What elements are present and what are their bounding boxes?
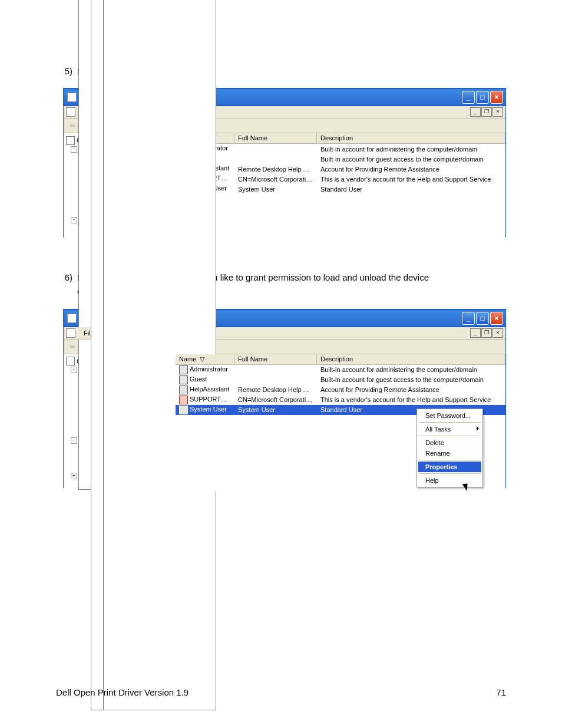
collapse-icon[interactable]: - <box>71 146 77 153</box>
user-description: This is a vendor's account for the Help … <box>317 176 505 183</box>
maximize-button[interactable]: □ <box>476 91 489 104</box>
ctx-rename[interactable]: Rename <box>418 448 481 459</box>
user-description: Built-in account for administering the c… <box>317 366 505 373</box>
mmc-icon <box>66 107 75 117</box>
list-pane-1[interactable]: Name ▽ Full Name Description Administrat… <box>176 133 505 242</box>
export-button[interactable] <box>154 341 165 352</box>
maximize-button[interactable]: □ <box>476 312 489 325</box>
footer-page: 71 <box>496 687 506 697</box>
mdi-restore[interactable]: ❐ <box>481 328 492 338</box>
list-row[interactable]: GuestBuilt-in account for guest access t… <box>176 154 505 164</box>
user-name: Administrator <box>190 365 228 373</box>
list-row[interactable]: HelpAssistantRemote Desktop Help Assi...… <box>176 164 505 174</box>
computer-icon <box>66 357 75 365</box>
list-row[interactable]: AdministratorBuilt-in account for admini… <box>176 144 505 154</box>
col-desc[interactable]: Description <box>317 354 505 364</box>
step5-number: 5) <box>56 65 72 77</box>
minimize-button[interactable]: _ <box>462 312 475 325</box>
back-button[interactable]: ⇦ <box>67 341 78 352</box>
computer-icon <box>66 136 75 145</box>
user-icon <box>179 406 188 414</box>
submenu-arrow-icon <box>477 426 479 431</box>
ctx-properties[interactable]: Properties <box>418 462 481 472</box>
step6-number: 6) <box>56 271 72 284</box>
col-name[interactable]: Name ▽ <box>176 354 234 364</box>
back-button[interactable]: ⇦ <box>67 120 78 131</box>
mdi-close[interactable]: × <box>492 107 503 117</box>
user-description: Built-in account for administering the c… <box>317 146 505 153</box>
mdi-minimize[interactable]: _ <box>470 328 481 338</box>
user-fullname: CN=Microsoft Corporation... <box>234 396 317 403</box>
user-name: System User <box>190 406 227 413</box>
list-pane-2[interactable]: Name ▽ Full Name Description Administrat… <box>176 354 505 491</box>
computer-icon <box>67 314 77 323</box>
user-description: Built-in account for guest access to the… <box>317 156 505 163</box>
list-row[interactable]: SUPPORT_38...CN=Microsoft Corporation...… <box>176 395 505 405</box>
context-menu: Set Password... All Tasks Delete Rename … <box>416 409 483 487</box>
minimize-button[interactable]: _ <box>462 91 475 104</box>
user-description: This is a vendor's account for the Help … <box>317 396 505 403</box>
user-description: Built-in account for guest access to the… <box>317 376 505 383</box>
list-row[interactable]: HelpAssistantRemote Desktop Help Assi...… <box>176 385 505 395</box>
computer-icon <box>67 93 77 102</box>
mdi-minimize[interactable]: _ <box>470 107 481 117</box>
user-fullname: Remote Desktop Help Assi... <box>234 166 317 173</box>
list-row[interactable]: AdministratorBuilt-in account for admini… <box>176 365 505 375</box>
user-icon <box>179 365 188 374</box>
list-row[interactable]: GuestBuilt-in account for guest access t… <box>176 375 505 385</box>
user-icon <box>179 375 188 384</box>
close-button[interactable]: × <box>490 312 503 325</box>
user-description: Account for Providing Remote Assistance <box>317 386 505 393</box>
user-name: Guest <box>190 375 207 383</box>
user-icon <box>179 396 188 404</box>
user-name: HelpAssistant <box>190 386 229 393</box>
footer-title: Dell Open Print Driver Version 1.9 <box>56 687 189 697</box>
user-fullname: Remote Desktop Help Assi... <box>234 386 317 393</box>
user-fullname: System User <box>234 406 317 413</box>
collapse-icon[interactable]: - <box>71 367 77 373</box>
close-button[interactable]: × <box>490 91 503 104</box>
col-fullname[interactable]: Full Name <box>234 133 317 143</box>
list-row[interactable]: System UserSystem UserStandard User <box>176 184 505 194</box>
user-description: Standard User <box>317 186 505 193</box>
collapse-icon[interactable]: - <box>71 437 77 444</box>
user-icon <box>179 386 188 394</box>
ctx-delete[interactable]: Delete <box>418 437 481 448</box>
ctx-set-password[interactable]: Set Password... <box>418 410 481 421</box>
user-name: SUPPORT_38... <box>190 396 234 403</box>
mmc-icon <box>66 328 75 338</box>
expand-icon[interactable]: + <box>71 473 77 479</box>
window-2: Computer Management _ □ × File Action Vi… <box>63 309 506 488</box>
mdi-close[interactable]: × <box>492 328 503 338</box>
col-fullname[interactable]: Full Name <box>234 354 317 364</box>
list-row[interactable]: SUPPORT_38...CN=Microsoft Corporation...… <box>176 174 505 184</box>
ctx-help[interactable]: Help <box>418 475 481 486</box>
user-description: Account for Providing Remote Assistance <box>317 166 505 173</box>
user-fullname: System User <box>234 186 317 193</box>
col-desc[interactable]: Description <box>317 133 505 143</box>
mdi-restore[interactable]: ❐ <box>481 107 492 117</box>
collapse-icon[interactable]: - <box>71 217 77 223</box>
user-fullname: CN=Microsoft Corporation... <box>234 176 317 183</box>
ctx-all-tasks[interactable]: All Tasks <box>418 424 481 434</box>
